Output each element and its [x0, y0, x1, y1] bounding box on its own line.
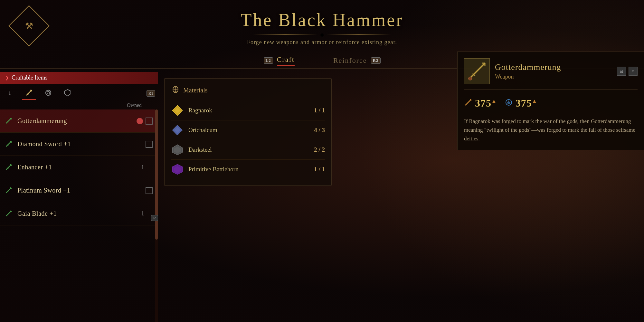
detail-icon-badges: ⊟ ○ [617, 67, 638, 76]
svg-line-19 [6, 188, 11, 193]
list-item[interactable]: Enhancer +1 1 [0, 156, 158, 179]
item-owned-count: 1 [138, 210, 147, 217]
item-sword-icon [5, 140, 13, 148]
stat-attack-value: 375▲ [475, 97, 497, 109]
r-scroll-badge: R [151, 215, 158, 221]
list-item[interactable]: Gotterdammerung [0, 109, 158, 133]
tab-reinforce[interactable]: Reinforce R2 [333, 56, 381, 65]
detail-icon1: ⊟ [617, 67, 626, 76]
craft-tab-label[interactable]: Craft [277, 55, 295, 66]
svg-line-37 [469, 63, 485, 79]
list-item[interactable]: Platinum Sword +1 [0, 179, 158, 202]
svg-point-4 [46, 90, 51, 95]
left-panel: ❯ Craftable Items 1 [0, 72, 158, 322]
filter-rings[interactable] [41, 88, 55, 99]
material-row: Orichalcum 4 / 3 [171, 120, 325, 140]
item-name-label: Enhancer +1 [17, 164, 138, 171]
category-header: ❯ Craftable Items [0, 72, 158, 84]
detail-header: Gotterdammerung Weapon ⊟ ○ [464, 58, 638, 90]
material-count: 4 / 3 [306, 127, 325, 134]
ragnarok-gem-icon [171, 104, 184, 117]
svg-line-43 [465, 99, 471, 105]
materials-icon [171, 85, 180, 96]
svg-line-0 [26, 90, 32, 95]
stat1-arrow: ▲ [491, 98, 497, 104]
ring-filter-icon [44, 89, 52, 98]
filter-shields[interactable] [61, 88, 75, 99]
svg-line-15 [6, 165, 11, 170]
filter-swords[interactable] [22, 88, 36, 99]
owned-column-header: Owned [0, 102, 158, 108]
tab-craft[interactable]: L2 Craft [264, 55, 295, 66]
materials-header: Materials [171, 85, 325, 96]
shop-subtitle: Forge new weapons and armor or reinforce… [0, 39, 644, 46]
category-label: Craftable Items [12, 74, 47, 81]
svg-point-5 [47, 91, 50, 94]
l2-badge: L2 [264, 57, 273, 64]
filter-num[interactable]: 1 [3, 88, 17, 99]
detail-name-block: Gotterdammerung Weapon [495, 62, 561, 80]
stat-attack: 375▲ [464, 97, 497, 109]
r1-filter-badge[interactable]: R1 [147, 90, 155, 97]
item-name-label: Platinum Sword +1 [17, 187, 146, 194]
material-row: Primitive Battlehorn 1 / 1 [171, 160, 325, 179]
material-name: Orichalcum [188, 127, 301, 134]
sword-filter-icon [25, 89, 33, 98]
attack-icon [464, 98, 472, 109]
detail-item-name: Gotterdammerung [495, 62, 561, 72]
material-row: Ragnarok 1 / 1 [171, 101, 325, 120]
item-owned-count: 1 [138, 164, 147, 171]
svg-marker-6 [64, 90, 71, 96]
r2-badge: R2 [371, 57, 381, 64]
filter-num-label: 1 [9, 91, 11, 96]
svg-line-7 [6, 118, 11, 123]
material-count: 1 / 1 [306, 107, 325, 114]
detail-item-type: Weapon [495, 73, 561, 80]
material-name: Darksteel [188, 146, 301, 153]
filter-tabs: 1 [0, 86, 158, 100]
shop-header: The Black Hammer ◆ Forge new weapons and… [0, 0, 644, 49]
shop-title: The Black Hammer [0, 10, 644, 30]
item-selected-indicator [137, 118, 143, 124]
svg-point-42 [469, 77, 472, 80]
item-checkbox[interactable] [146, 141, 153, 148]
category-arrow-icon: ❯ [5, 75, 9, 80]
item-sword-icon [5, 164, 13, 171]
item-thumbnail [464, 58, 490, 84]
orichalcum-gem-icon [171, 124, 184, 137]
svg-line-11 [6, 141, 11, 147]
item-list[interactable]: Gotterdammerung Diamond Sword +1 [0, 109, 158, 322]
stat-magic-value: 375▲ [516, 97, 537, 109]
materials-title: Materials [183, 87, 208, 94]
reinforce-tab-label[interactable]: Reinforce [333, 56, 367, 65]
header-divider: ◆ [0, 32, 644, 38]
battlehorn-gem-icon [171, 163, 184, 176]
svg-line-23 [6, 211, 11, 216]
detail-icon2: ○ [629, 67, 638, 76]
stats-row: 375▲ 375▲ [464, 95, 638, 112]
item-checkbox[interactable] [146, 187, 153, 194]
middle-panel: Materials Ragnarok 1 / 1 [158, 72, 338, 322]
item-sword-icon [5, 210, 13, 218]
divider-diamond: ◆ [320, 32, 324, 38]
material-count: 1 / 1 [306, 166, 325, 173]
list-item[interactable]: Diamond Sword +1 [0, 133, 158, 156]
list-item[interactable]: Gaia Blade +1 1 [0, 202, 158, 225]
item-name-label: Diamond Sword +1 [17, 140, 146, 148]
material-name: Primitive Battlehorn [188, 166, 301, 173]
detail-description: If Ragnarok was forged to mark the war o… [464, 117, 638, 143]
item-sword-icon [5, 187, 13, 194]
item-name-label: Gaia Blade +1 [17, 210, 138, 217]
darksteel-gem-icon [171, 143, 184, 156]
stat2-arrow: ▲ [532, 98, 537, 104]
material-row: Darksteel 2 / 2 [171, 140, 325, 160]
materials-box: Materials Ragnarok 1 / 1 [164, 78, 332, 186]
magic-icon [505, 98, 513, 109]
material-count: 2 / 2 [306, 146, 325, 153]
stat-magic: 375▲ [505, 97, 537, 109]
item-name-label: Gotterdammerung [17, 117, 146, 125]
shield-filter-icon [64, 89, 71, 98]
material-name: Ragnarok [188, 107, 301, 114]
item-sword-icon [5, 117, 13, 125]
item-checkbox[interactable] [146, 118, 153, 125]
